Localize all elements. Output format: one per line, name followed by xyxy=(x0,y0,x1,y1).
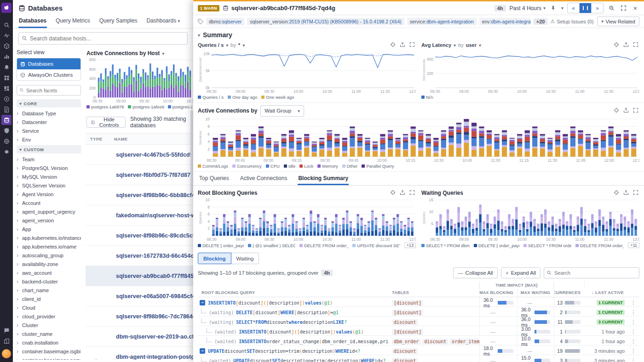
col-occurrences[interactable]: OCCURRENCES xyxy=(554,288,584,297)
facet-item[interactable]: ›SQLServer Version xyxy=(17,181,81,190)
fullscreen-icon[interactable] xyxy=(633,107,639,114)
row-menu-icon[interactable]: ⋮ xyxy=(627,309,639,316)
nav-search-icon[interactable] xyxy=(1,20,12,30)
tag-pill[interactable]: sqlserver_version:2019 (RTM-CU15) (KB500… xyxy=(247,18,404,25)
avg-latency-chart[interactable]: 20040008:3009:0009:3010:0010:3011:0011:3… xyxy=(421,50,639,94)
dimension-selector[interactable]: * xyxy=(238,42,240,48)
root-blocking-queries-chart[interactable]: 24681008:3009:0009:3010:0010:3011:0011:3… xyxy=(198,198,416,242)
facet-item[interactable]: ›Team xyxy=(17,155,81,164)
metric-selector[interactable]: Avg Latency xyxy=(421,42,451,48)
facet-item[interactable]: ›MySQL Version xyxy=(17,172,81,181)
legend-item[interactable]: ( @1 smallint ) SELECT * FRO... xyxy=(248,243,295,248)
facet-item[interactable]: ›container.baseimage.name xyxy=(17,356,81,360)
wait-group-select[interactable]: Wait Group ▾ xyxy=(260,105,304,117)
legend-item[interactable]: One week ago xyxy=(261,95,294,100)
blocking-row[interactable]: (waited)INSERT INTO order_status_change … xyxy=(198,336,639,345)
table-tag[interactable]: dbm_order xyxy=(392,339,420,345)
legend-item[interactable]: Concurrency xyxy=(232,164,262,169)
legend-item[interactable]: Lock xyxy=(299,164,313,169)
blocking-row[interactable]: (waiting)SELECT * FROM discount where de… xyxy=(198,317,639,326)
table-row[interactable]: sqlserver-4c467bc5-55fdcd9b58-fkhb6 xyxy=(86,145,193,165)
db-host-link[interactable]: sqlserver-ab9bcab0-f77ff845d-7qd4g xyxy=(116,273,193,279)
facet-item[interactable]: ›availability-zone xyxy=(17,260,81,268)
facet-group-core[interactable]: ▾CORE xyxy=(17,99,81,107)
legend-item[interactable]: postgres-1afee64f-db... xyxy=(128,104,164,109)
col-last-active[interactable]: ↓LAST ACTIVE xyxy=(584,290,627,295)
legend-item[interactable]: UPDATE discount SET descrip... xyxy=(352,243,400,248)
view-related-button[interactable]: ▾ View Related xyxy=(597,17,639,26)
db-host-link[interactable]: sqlserver-4c467bc5-55fdcd9b58-fkhb6 xyxy=(116,152,193,158)
blocking-row[interactable]: (waited)INSERT INTO [ discount ] ( [ des… xyxy=(198,326,639,336)
facet-item[interactable]: ›Service xyxy=(17,126,81,135)
db-host-link[interactable]: sqlserver-8f98b96c-7dc7864cc4-vxtjt xyxy=(116,313,193,320)
row-menu-icon[interactable]: ⋮ xyxy=(627,338,639,345)
facet-item[interactable]: ›client_id xyxy=(17,294,81,303)
table-tag[interactable]: discount xyxy=(422,339,448,345)
table-tag[interactable]: [discount] xyxy=(392,300,423,306)
row-menu-icon[interactable]: ⋮ xyxy=(627,319,639,325)
tab-top-queries[interactable]: Top Queries xyxy=(199,172,230,185)
row-menu-icon[interactable]: ⋮ xyxy=(627,300,639,306)
nav-settings-icon[interactable] xyxy=(1,147,12,157)
tab-query-metrics[interactable]: Query Metrics xyxy=(55,15,91,28)
nav-integrations-icon[interactable] xyxy=(1,73,12,83)
facet-item[interactable]: ›backend-cluster xyxy=(17,277,81,286)
user-avatar[interactable] xyxy=(2,349,11,358)
dimension-selector[interactable]: user xyxy=(466,42,477,48)
db-host-link[interactable]: fakedomain\sqlserver-host-with-backslash xyxy=(116,212,193,219)
facet-item[interactable]: ›Env xyxy=(17,135,81,144)
pause-button[interactable] xyxy=(580,3,592,13)
export-icon[interactable] xyxy=(623,107,630,114)
more-tags-chip[interactable]: +20 xyxy=(534,18,548,25)
nav-dashboards-icon[interactable] xyxy=(1,83,12,93)
table-row[interactable]: sqlserver-8f98b96c-7dc7864cc4-vxtjt xyxy=(86,306,193,327)
legend-more-chip[interactable]: +11 xyxy=(628,243,639,248)
db-host-link[interactable]: dbm-sqlserver-ee-2019-ao.cfxxae8cilce.us… xyxy=(116,334,193,340)
facet-item[interactable]: ›aws_account xyxy=(17,268,81,277)
facet-item[interactable]: ›Cloud xyxy=(17,303,81,312)
legend-item[interactable]: One day ago xyxy=(228,95,257,100)
nav-apm-icon[interactable] xyxy=(1,94,12,104)
facet-item[interactable]: ›app.kubernetes.io/name xyxy=(17,242,81,251)
tab-blocking-summary[interactable]: Blocking Summary xyxy=(298,172,349,185)
table-tag[interactable]: discount xyxy=(392,348,418,354)
collapse-all-button[interactable]: —Collapse All xyxy=(453,267,498,278)
legend-item[interactable]: DELETE FROM order_item WH... xyxy=(575,243,624,248)
blocking-row[interactable]: (waiting)DELETE [ discount ] WHERE [ des… xyxy=(198,307,639,317)
collapse-row-icon[interactable]: − xyxy=(200,300,205,305)
crosshair-icon[interactable] xyxy=(390,42,397,48)
tab-query-samples[interactable]: Query Samples xyxy=(99,15,138,28)
name-column-header[interactable]: NAME xyxy=(114,136,128,141)
toggle-waiting[interactable]: Waiting xyxy=(231,253,259,264)
table-row[interactable]: fakedomain\sqlserver-host-with-backslash xyxy=(86,205,193,226)
export-icon[interactable] xyxy=(623,190,630,196)
facet-item[interactable]: ›agent_version xyxy=(17,216,81,225)
facet-item[interactable]: ›PostgreSQL Version xyxy=(17,164,81,172)
legend-item[interactable]: SELECT * FROM order_payme... xyxy=(523,243,571,248)
row-menu-icon[interactable]: ⋮ xyxy=(627,348,639,354)
nav-help-chat-icon[interactable] xyxy=(1,325,12,335)
waiting-queries-chart[interactable]: 5101508:3009:0009:3010:0010:3011:0011:30… xyxy=(421,198,639,242)
table-row[interactable]: sqlserver-8f98b96c-6bb88cf44c-8w8bd xyxy=(86,185,193,205)
queries-per-second-chart[interactable]: 0k5k10k08:3009:0009:3010:0010:3011:0011:… xyxy=(198,50,416,94)
legend-item[interactable]: SELECT * FROM dbm_user wh... xyxy=(421,243,470,248)
nav-monitors-icon[interactable] xyxy=(1,62,12,72)
tag-pill[interactable]: env:dbm-agent-integration xyxy=(479,18,531,25)
legend-more-chip[interactable]: +13 xyxy=(404,243,416,248)
facet-item[interactable]: ›Datacenter xyxy=(17,118,81,126)
legend-item[interactable]: Memory xyxy=(317,164,338,169)
setup-issues-button[interactable]: ⚠ Setup Issues (0) xyxy=(550,18,593,24)
blocking-row[interactable]: −INSERT INTO [ discount ] ( [ descriptio… xyxy=(198,297,639,307)
chevron-down-icon[interactable]: ▾ xyxy=(162,51,164,56)
host-search-input[interactable] xyxy=(18,32,188,45)
legend-item[interactable]: Other xyxy=(342,164,358,169)
table-tag[interactable]: [discount] xyxy=(392,310,423,316)
warn-badge[interactable]: 1 WARN xyxy=(198,5,219,11)
facet-search-input[interactable] xyxy=(17,85,81,96)
collapse-row-icon[interactable]: − xyxy=(200,348,205,354)
db-host-link[interactable]: sqlserver-8f98b96c-89cdc5cf6-277qh xyxy=(116,232,193,239)
facet-item[interactable]: ›cluster_name xyxy=(17,329,81,338)
legend-item[interactable]: DELETE FROM order_item WH... xyxy=(299,243,348,248)
fullscreen-icon[interactable] xyxy=(619,4,627,12)
legend-item[interactable]: CPU xyxy=(266,164,280,169)
